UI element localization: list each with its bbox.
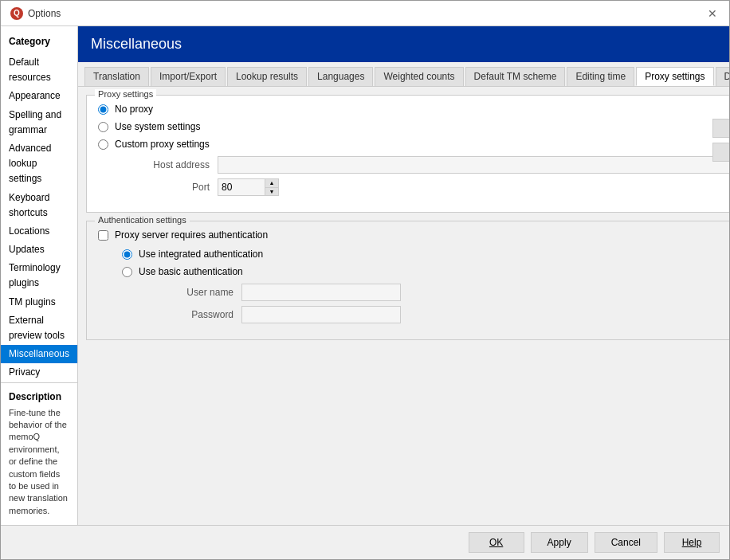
- use-system-row: Use system settings: [98, 121, 729, 132]
- sidebar-item-locations[interactable]: Locations: [1, 222, 77, 241]
- footer: OK Apply Cancel Help: [1, 525, 729, 559]
- tab-weighted-counts[interactable]: Weighted counts: [375, 67, 463, 86]
- tabs-container: TranslationImport/ExportLookup resultsLa…: [78, 62, 729, 87]
- username-row: User name: [122, 284, 729, 301]
- custom-proxy-label: Custom proxy settings: [115, 139, 210, 150]
- content-area: Category Default resourcesAppearanceSpel…: [1, 26, 729, 525]
- tab-default-tm-scheme[interactable]: Default TM scheme: [465, 67, 566, 86]
- password-row: Password: [122, 306, 729, 323]
- detect-button[interactable]: Detect: [712, 143, 729, 162]
- port-input-wrap: ▲ ▼: [218, 178, 279, 196]
- side-buttons: Test Detect: [712, 119, 729, 162]
- close-button[interactable]: ✕: [705, 6, 720, 21]
- proxy-section-wrap: Proxy settings No proxy Use system setti…: [86, 95, 729, 213]
- sidebar-item-appearance[interactable]: Appearance: [1, 87, 77, 105]
- host-address-label: Host address: [114, 159, 210, 170]
- sidebar-item-advanced-lookup[interactable]: Advanced lookup settings: [1, 139, 77, 189]
- host-address-input[interactable]: [218, 156, 729, 174]
- sidebar-items: Default resourcesAppearanceSpelling and …: [1, 53, 77, 382]
- help-button[interactable]: Help: [664, 532, 720, 553]
- tab-languages[interactable]: Languages: [308, 67, 373, 86]
- title-bar: Q Options ✕: [1, 1, 729, 26]
- window-title: Options: [28, 8, 61, 19]
- main-area: Miscellaneous TranslationImport/ExportLo…: [78, 26, 729, 525]
- port-spinner: ▲ ▼: [265, 178, 279, 196]
- sidebar-item-tm-plugins[interactable]: TM plugins: [1, 293, 77, 311]
- username-input[interactable]: [241, 284, 401, 301]
- title-bar-left: Q Options: [10, 7, 61, 20]
- requires-auth-row: Proxy server requires authentication: [98, 229, 729, 241]
- port-input[interactable]: [218, 178, 265, 196]
- username-label: User name: [138, 287, 234, 298]
- description-title: Description: [9, 391, 69, 402]
- apply-button[interactable]: Apply: [531, 532, 588, 553]
- use-system-radio[interactable]: [98, 122, 108, 132]
- basic-auth-radio[interactable]: [122, 267, 132, 277]
- proxy-section-legend: Proxy settings: [95, 89, 156, 99]
- auth-settings-section: Authentication settings Proxy server req…: [86, 221, 729, 340]
- description-text: Fine-tune the behavior of the memoQ envi…: [9, 407, 69, 518]
- sidebar-title: Category: [1, 33, 77, 53]
- port-down-button[interactable]: ▼: [265, 188, 278, 196]
- ok-button[interactable]: OK: [469, 532, 524, 553]
- port-up-button[interactable]: ▲: [265, 179, 278, 188]
- sidebar-item-updates[interactable]: Updates: [1, 241, 77, 259]
- test-button[interactable]: Test: [712, 119, 729, 138]
- cancel-button[interactable]: Cancel: [595, 532, 657, 553]
- sidebar-item-default-resources[interactable]: Default resources: [1, 53, 77, 87]
- sidebar-item-keyboard-shortcuts[interactable]: Keyboard shortcuts: [1, 189, 77, 222]
- sidebar-description: Description Fine-tune the behavior of th…: [1, 382, 77, 525]
- tab-discussions[interactable]: Discussions: [716, 67, 729, 86]
- integrated-auth-radio[interactable]: [122, 249, 132, 260]
- custom-proxy-row: Custom proxy settings: [98, 139, 729, 150]
- integrated-auth-row: Use integrated authentication: [122, 249, 729, 260]
- no-proxy-label: No proxy: [115, 104, 153, 115]
- host-address-row: Host address: [98, 156, 729, 174]
- sidebar-item-external-preview[interactable]: External preview tools: [1, 311, 77, 345]
- password-label: Password: [138, 309, 234, 320]
- tab-translation[interactable]: Translation: [84, 67, 149, 86]
- tab-proxy-settings[interactable]: Proxy settings: [636, 67, 713, 86]
- sidebar-item-miscellaneous[interactable]: Miscellaneous: [1, 345, 77, 363]
- sidebar-item-terminology-plugins[interactable]: Terminology plugins: [1, 259, 77, 292]
- tab-lookup-results[interactable]: Lookup results: [227, 67, 307, 86]
- requires-auth-label: Proxy server requires authentication: [115, 229, 268, 241]
- custom-proxy-radio[interactable]: [98, 139, 108, 150]
- no-proxy-row: No proxy: [98, 104, 729, 115]
- basic-auth-row: Use basic authentication: [122, 266, 729, 277]
- auth-section-legend: Authentication settings: [95, 215, 190, 225]
- sidebar: Category Default resourcesAppearanceSpel…: [1, 26, 78, 525]
- password-input[interactable]: [241, 306, 401, 323]
- requires-auth-checkbox[interactable]: [98, 230, 108, 241]
- no-proxy-radio[interactable]: [98, 104, 108, 115]
- sidebar-item-spelling-grammar[interactable]: Spelling and grammar: [1, 106, 77, 139]
- port-label: Port: [114, 182, 210, 193]
- panel-content: Proxy settings No proxy Use system setti…: [78, 87, 729, 525]
- main-title: Miscellaneous: [78, 26, 729, 62]
- tab-editing-time[interactable]: Editing time: [567, 67, 634, 86]
- tab-import-export[interactable]: Import/Export: [151, 67, 226, 86]
- app-icon: Q: [10, 7, 23, 20]
- basic-auth-label: Use basic authentication: [139, 266, 243, 277]
- use-system-label: Use system settings: [115, 121, 200, 132]
- integrated-auth-label: Use integrated authentication: [139, 249, 263, 260]
- proxy-settings-box: Proxy settings No proxy Use system setti…: [86, 95, 729, 213]
- sub-radios: Use integrated authentication Use basic …: [98, 249, 729, 323]
- sidebar-item-privacy[interactable]: Privacy: [1, 363, 77, 382]
- port-row: Port ▲ ▼: [98, 178, 729, 196]
- options-window: Q Options ✕ Category Default resourcesAp…: [0, 0, 730, 560]
